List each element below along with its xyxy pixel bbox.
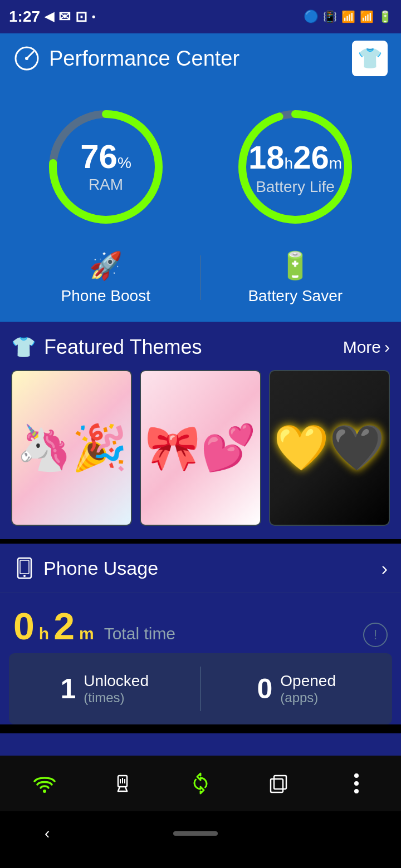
more-nav-icon [354, 771, 359, 796]
opened-labels: Opened (apps) [280, 672, 336, 706]
wifi-icon: 📶 [341, 10, 355, 23]
battery-m-unit: m [329, 155, 342, 172]
total-time-label: Total time [104, 624, 175, 643]
info-icon[interactable]: ! [363, 623, 388, 647]
featured-title-text: Featured Themes [44, 336, 202, 359]
spacer [0, 733, 401, 756]
ram-unit: % [118, 154, 131, 172]
ram-container: 76 % RAM [39, 100, 173, 234]
usage-hours: 0 [13, 604, 35, 648]
battery-circle: 18 h 26 m Battery Life [228, 100, 362, 234]
ram-label: RAM [80, 176, 131, 194]
opened-sub: (apps) [280, 690, 336, 706]
app-header: Performance Center 👕 [0, 33, 401, 83]
svg-point-13 [354, 773, 359, 778]
battery-saver-button[interactable]: 🔋 Battery Saver [201, 250, 390, 305]
unlocked-stat: 1 Unlocked (times) [9, 672, 200, 706]
phone-boost-button[interactable]: 🚀 Phone Boost [11, 250, 200, 305]
copy-nav-icon [266, 771, 291, 796]
featured-themes-section: 👕 Featured Themes More › 🦄🎉 🎀💕 💛🖤 [0, 322, 401, 539]
nav-sync-button[interactable] [178, 761, 223, 806]
unlocked-labels: Unlocked (times) [84, 672, 149, 706]
status-bar: 1:27 ◀ ✉ ⊡ • 🔵 📳 📶 📶 🔋 [0, 0, 401, 33]
battery-time-row: 18 h 26 m [248, 139, 342, 176]
theme-1-emoji: 🦄🎉 [16, 422, 128, 474]
rocket-icon: 🚀 [89, 250, 123, 282]
system-nav-bar: ‹ [0, 811, 401, 856]
more-button[interactable]: More › [343, 338, 390, 357]
nav-more-button[interactable] [334, 761, 379, 806]
battery-minutes: 26 [293, 139, 329, 176]
wifi-nav-icon [32, 773, 57, 793]
svg-point-14 [354, 781, 359, 786]
unlocked-label: Unlocked [84, 672, 149, 690]
boost-nav-icon [110, 771, 135, 796]
unlocked-sub: (times) [84, 690, 149, 706]
battery-saver-label: Battery Saver [248, 287, 343, 305]
status-time: 1:27 [9, 8, 40, 26]
opened-stat: 0 Opened (apps) [201, 672, 393, 706]
featured-title: 👕 Featured Themes [11, 336, 202, 359]
status-back-icon: ◀ [45, 9, 54, 24]
phone-usage-title: Phone Usage [13, 557, 158, 579]
svg-rect-12 [274, 776, 286, 789]
header-left: Performance Center [13, 45, 239, 72]
opened-label: Opened [280, 672, 336, 690]
svg-point-15 [354, 789, 359, 793]
speedometer-icon [13, 45, 40, 72]
nav-copy-button[interactable] [256, 761, 301, 806]
svg-point-9 [43, 790, 46, 793]
battery-container: 18 h 26 m Battery Life [228, 100, 362, 234]
nav-boost-button[interactable] [100, 761, 145, 806]
battery-text: 18 h 26 m Battery Life [248, 139, 342, 196]
themes-grid: 🦄🎉 🎀💕 💛🖤 [11, 370, 390, 526]
status-gmail-icon: ✉ [58, 8, 71, 26]
battery-icon: 🔋 [378, 10, 392, 23]
battery-label: Battery Life [248, 178, 342, 196]
battery-saver-icon: 🔋 [278, 250, 312, 282]
battery-h-unit: h [285, 155, 294, 172]
svg-point-8 [23, 575, 26, 577]
phone-usage-title-text: Phone Usage [43, 558, 158, 579]
nav-wifi-button[interactable] [22, 761, 67, 806]
header-title: Performance Center [49, 47, 239, 71]
svg-point-1 [25, 57, 28, 60]
usage-stats: 1 Unlocked (times) 0 Opened (apps) [9, 653, 392, 724]
tshirt-icon: 👕 [11, 336, 36, 359]
status-right: 🔵 📳 📶 📶 🔋 [304, 9, 392, 24]
usage-chevron-icon: › [382, 558, 388, 579]
circles-row: 76 % RAM 18 h 26 m [11, 100, 390, 234]
ram-text: 76 % RAM [80, 140, 131, 194]
theme-card-2[interactable]: 🎀💕 [140, 370, 261, 526]
opened-count: 0 [257, 673, 273, 705]
ram-value: 76 [80, 140, 118, 174]
usage-icon [13, 557, 36, 579]
usage-mins: 2 [53, 604, 75, 648]
unlocked-count: 1 [60, 673, 76, 705]
phone-usage-section: Phone Usage › 0 h 2 m Total time ! 1 Unl… [0, 544, 401, 724]
bluetooth-icon: 🔵 [304, 9, 319, 24]
signal-icon: 📶 [360, 10, 374, 23]
app-logo[interactable]: 👕 [352, 41, 388, 76]
svg-rect-7 [20, 560, 29, 574]
theme-2-emoji: 🎀💕 [145, 422, 256, 474]
logo-emoji: 👕 [358, 47, 383, 70]
performance-section: 76 % RAM 18 h 26 m [0, 83, 401, 322]
featured-header: 👕 Featured Themes More › [11, 336, 390, 359]
phone-usage-header[interactable]: Phone Usage › [0, 544, 401, 593]
status-left: 1:27 ◀ ✉ ⊡ • [9, 8, 95, 26]
vibrate-icon: 📳 [323, 10, 337, 23]
home-indicator[interactable] [173, 831, 218, 836]
usage-time-row: 0 h 2 m Total time ! [0, 593, 401, 653]
theme-3-emoji: 💛🖤 [273, 422, 385, 474]
bottom-nav [0, 756, 401, 811]
sync-nav-icon [188, 771, 213, 796]
theme-card-3[interactable]: 💛🖤 [269, 370, 390, 526]
battery-hours: 18 [248, 139, 285, 176]
ram-circle: 76 % RAM [39, 100, 173, 234]
svg-rect-11 [271, 779, 283, 792]
actions-row: 🚀 Phone Boost 🔋 Battery Saver [11, 250, 390, 305]
more-label: More [343, 338, 381, 357]
back-system-button[interactable]: ‹ [45, 825, 50, 842]
theme-card-1[interactable]: 🦄🎉 [11, 370, 132, 526]
